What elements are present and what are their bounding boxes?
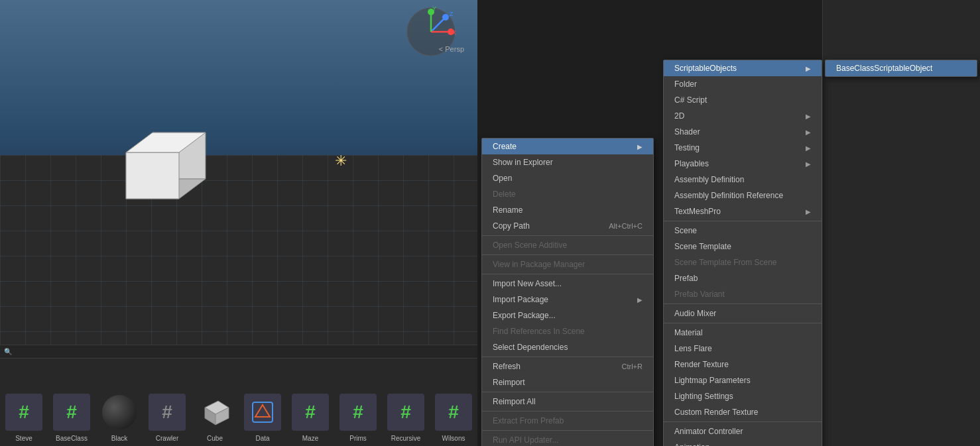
asset-label: Crawler [156,435,178,442]
menu-item-prefab[interactable]: Prefab [664,270,822,286]
menu-item-textmeshpro[interactable]: TextMeshPro ▶ [664,203,822,219]
menu-item-scene[interactable]: Scene [664,223,822,239]
context-menu-main: Create ▶ Show in Explorer Open Delete Re… [481,138,654,446]
context-menu-scriptable: BaseClassScriptableObject [825,60,977,77]
menu-separator [482,235,653,236]
asset-icon-black [99,392,139,432]
menu-item-render-texture[interactable]: Render Texture [664,357,822,372]
menu-item-custom-render-texture[interactable]: Custom Render Texture [664,404,822,420]
search-icon: 🔍 [4,348,12,355]
asset-search-bar: 🔍 [0,345,477,359]
menu-item-lightmap-params[interactable]: Lightmap Parameters [664,372,822,388]
asset-icon-baseclass: # [52,392,92,432]
menu-item-refresh[interactable]: Refresh Ctrl+R [482,359,653,374]
menu-item-delete: Delete [482,186,653,202]
menu-item-animation[interactable]: Animation [664,439,822,446]
menu-separator [482,430,653,431]
asset-item[interactable]: # BaseClass [48,359,95,446]
asset-label: Wilsons [442,435,465,442]
menu-item-open[interactable]: Open [482,170,653,186]
menu-item-scene-template[interactable]: Scene Template [664,239,822,254]
menu-item-baseclassscriptable[interactable]: BaseClassScriptableObject [826,60,977,76]
menu-item-audio-mixer[interactable]: Audio Mixer [664,306,822,321]
menu-item-assembly-def[interactable]: Assembly Definition [664,172,822,188]
asset-item[interactable]: # Maze [286,359,334,446]
asset-label: Cube [207,435,223,442]
menu-separator [482,254,653,255]
scene-viewport: ✳ Z X Y < Persp [0,0,477,345]
asset-item[interactable]: # Crawler [143,359,191,446]
asset-item[interactable]: Black [95,359,143,446]
menu-item-testing[interactable]: Testing ▶ [664,140,822,156]
svg-marker-3 [126,152,179,199]
menu-item-create[interactable]: Create ▶ [482,139,653,154]
asset-label: Recursive [391,435,420,442]
svg-marker-19 [255,405,270,417]
menu-item-view-package: View in Package Manager [482,256,653,272]
svg-point-7 [442,14,449,21]
menu-item-reimport[interactable]: Reimport [482,374,653,390]
menu-separator [482,392,653,392]
menu-item-find-references: Find References In Scene [482,323,653,339]
asset-icon-steve: # [4,392,44,432]
scene-cube-object [113,119,219,212]
asset-icon-wilsons: # [434,392,473,432]
menu-item-open-scene-additive: Open Scene Additive [482,237,653,253]
asset-icon-crawler: # [147,392,187,432]
asset-label: BaseClass [56,435,88,442]
menu-item-lighting-settings[interactable]: Lighting Settings [664,388,822,404]
menu-item-scriptableobjects[interactable]: ScriptableObjects ▶ [664,60,822,76]
asset-item[interactable]: # Wilsons [430,359,477,446]
menu-item-csharp-script[interactable]: C# Script [664,92,822,108]
menu-item-animator-controller[interactable]: Animator Controller [664,423,822,439]
menu-item-folder[interactable]: Folder [664,76,822,92]
asset-browser: 🔍 # Steve # BaseClass Black # [0,345,477,446]
asset-item[interactable]: Cube [191,359,239,446]
menu-item-shader[interactable]: Shader ▶ [664,124,822,140]
asset-label: Data [255,435,269,442]
asset-icon-data [243,392,282,432]
asset-items-container: # Steve # BaseClass Black # Crawler [0,359,477,446]
menu-item-2d[interactable]: 2D ▶ [664,108,822,124]
asset-label: Steve [15,435,32,442]
svg-text:X: X [452,29,456,36]
asset-icon-recursive: # [386,392,426,432]
asset-item[interactable]: # Prims [334,359,382,446]
menu-item-playables[interactable]: Playables ▶ [664,156,822,172]
menu-separator [482,411,653,412]
asset-label: Maze [302,435,318,442]
menu-item-reimport-all[interactable]: Reimport All [482,394,653,410]
menu-separator [482,357,653,357]
menu-separator [664,323,822,323]
menu-item-run-api: Run API Updater... [482,432,653,446]
menu-item-export-package[interactable]: Export Package... [482,307,653,323]
asset-icon-maze: # [290,392,330,432]
menu-separator [664,221,822,221]
persp-label: < Persp [439,45,464,53]
scene-floor [0,155,477,345]
menu-item-show-explorer[interactable]: Show in Explorer [482,154,653,170]
menu-item-copy-path[interactable]: Copy Path Alt+Ctrl+C [482,218,653,234]
middle-top-area [477,0,822,60]
asset-label: Prims [349,435,367,442]
asset-item[interactable]: # Recursive [382,359,430,446]
asset-item[interactable]: Data [239,359,286,446]
svg-text:Z: Z [450,11,454,17]
menu-separator [664,421,822,422]
menu-item-material[interactable]: Material [664,325,822,341]
menu-item-select-deps[interactable]: Select Dependencies [482,339,653,355]
menu-item-rename[interactable]: Rename [482,202,653,218]
menu-item-prefab-variant: Prefab Variant [664,286,822,302]
menu-item-lens-flare[interactable]: Lens Flare [664,341,822,357]
menu-item-import-new[interactable]: Import New Asset... [482,276,653,292]
asset-item[interactable]: # Steve [0,359,48,446]
menu-item-extract-prefab: Extract From Prefab [482,413,653,429]
menu-item-scene-template-from: Scene Template From Scene [664,254,822,270]
menu-separator [664,304,822,304]
asset-label: Black [111,435,127,442]
asset-icon-prims: # [338,392,378,432]
svg-text:Y: Y [432,5,436,12]
sun-icon: ✳ [335,152,347,170]
menu-item-assembly-def-ref[interactable]: Assembly Definition Reference [664,188,822,203]
menu-item-import-package[interactable]: Import Package ▶ [482,292,653,307]
